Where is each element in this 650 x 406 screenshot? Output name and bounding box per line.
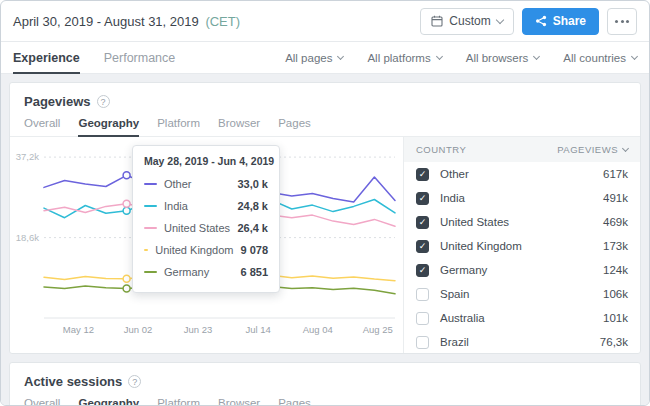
- tooltip-rows: Other33,0 kIndia24,8 kUnited States26,4 …: [144, 173, 268, 283]
- pageviews-chart[interactable]: 37,2k18,6kMay 12Jun 02Jun 23Jul 14Aug 04…: [10, 137, 403, 340]
- series-marker-icon: [144, 271, 157, 274]
- series-marker-icon: [144, 227, 157, 230]
- table-row: ✓United Kingdom173k: [404, 234, 640, 258]
- main-tab-performance[interactable]: Performance: [104, 42, 176, 73]
- ellipsis-icon: [615, 20, 629, 23]
- country-name: Australia: [440, 312, 485, 324]
- tooltip-row: Germany6 851: [144, 261, 268, 283]
- table-row: ✓Other617k: [404, 162, 640, 186]
- tooltip-series-value: 24,8 k: [237, 200, 268, 212]
- question-circle-icon[interactable]: ?: [97, 95, 110, 108]
- country-checkbox[interactable]: [416, 336, 429, 349]
- table-row: Spain106k: [404, 282, 640, 306]
- country-pageviews: 106k: [603, 288, 628, 300]
- active-sessions-tab-geography[interactable]: Geography: [78, 397, 139, 405]
- custom-range-label: Custom: [449, 14, 490, 28]
- country-pageviews: 469k: [603, 216, 628, 228]
- series-marker-icon: [144, 205, 157, 208]
- table-row: Australia101k: [404, 306, 640, 330]
- pageviews-subtabs: OverallGeographyPlatformBrowserPages: [10, 109, 640, 137]
- chevron-down-icon: [337, 53, 344, 60]
- svg-text:Jul 14: Jul 14: [245, 324, 270, 335]
- country-checkbox[interactable]: ✓: [416, 168, 429, 181]
- country-checkbox[interactable]: [416, 312, 429, 325]
- active-sessions-subtabs: OverallGeographyPlatformBrowserPages: [10, 389, 640, 405]
- column-country[interactable]: COUNTRY: [416, 144, 466, 155]
- filter-label: All pages: [285, 52, 332, 64]
- analytics-window: April 30, 2019 - August 31, 2019 (CET) C…: [0, 0, 650, 406]
- country-name: Spain: [440, 288, 469, 300]
- svg-text:Aug 04: Aug 04: [303, 324, 333, 335]
- country-checkbox[interactable]: [416, 288, 429, 301]
- pageviews-card: Pageviews ? OverallGeographyPlatformBrow…: [9, 82, 641, 354]
- tooltip-title: May 28, 2019 - Jun 4, 2019: [144, 155, 268, 167]
- pageviews-title: Pageviews: [24, 94, 91, 109]
- filter-bar: All pagesAll platformsAll browsersAll co…: [285, 42, 637, 73]
- column-pageviews-sort[interactable]: PAGEVIEWS: [557, 144, 628, 155]
- chevron-down-icon: [436, 53, 443, 60]
- series-marker-icon: [144, 249, 148, 252]
- country-name: Brazil: [440, 336, 469, 348]
- filter-all-browsers[interactable]: All browsers: [466, 52, 540, 64]
- active-sessions-card: Active sessions ? OverallGeographyPlatfo…: [9, 362, 641, 405]
- main-tab-experience[interactable]: Experience: [13, 42, 80, 73]
- share-label: Share: [553, 14, 586, 28]
- main-tabs: ExperiencePerformance: [13, 42, 175, 73]
- country-table-header: COUNTRY PAGEVIEWS: [404, 137, 640, 162]
- pageviews-body: 37,2k18,6kMay 12Jun 02Jun 23Jul 14Aug 04…: [10, 137, 640, 353]
- more-button[interactable]: [607, 8, 637, 35]
- question-circle-icon[interactable]: ?: [128, 375, 141, 388]
- share-button[interactable]: Share: [522, 8, 599, 35]
- svg-text:Jun 23: Jun 23: [184, 324, 213, 335]
- pageviews-tab-geography[interactable]: Geography: [78, 117, 139, 136]
- country-checkbox[interactable]: ✓: [416, 240, 429, 253]
- chart-tooltip: May 28, 2019 - Jun 4, 2019 Other33,0 kIn…: [132, 145, 280, 293]
- svg-text:18,6k: 18,6k: [16, 232, 39, 243]
- tooltip-series-name: United States: [164, 222, 230, 234]
- pageviews-tab-browser[interactable]: Browser: [218, 117, 260, 136]
- pageviews-tab-platform[interactable]: Platform: [157, 117, 200, 136]
- active-sessions-tab-platform[interactable]: Platform: [157, 397, 200, 405]
- series-marker-icon: [144, 183, 157, 186]
- topbar-actions: Custom Share: [420, 8, 637, 35]
- tooltip-row: United Kingdom9 078: [144, 239, 268, 261]
- pageviews-tab-overall[interactable]: Overall: [24, 117, 60, 136]
- country-checkbox[interactable]: ✓: [416, 216, 429, 229]
- country-pageviews: 491k: [603, 192, 628, 204]
- country-checkbox[interactable]: ✓: [416, 264, 429, 277]
- filter-all-platforms[interactable]: All platforms: [367, 52, 441, 64]
- country-pageviews: 124k: [603, 264, 628, 276]
- svg-text:Jun 02: Jun 02: [124, 324, 153, 335]
- tooltip-series-value: 26,4 k: [237, 222, 268, 234]
- filter-all-pages[interactable]: All pages: [285, 52, 343, 64]
- chevron-down-icon: [495, 15, 503, 23]
- tooltip-series-value: 9 078: [240, 244, 268, 256]
- tooltip-series-value: 33,0 k: [237, 178, 268, 190]
- country-checkbox[interactable]: ✓: [416, 192, 429, 205]
- pageviews-tab-pages[interactable]: Pages: [278, 117, 311, 136]
- pageviews-card-header: Pageviews ?: [10, 83, 640, 109]
- custom-range-button[interactable]: Custom: [420, 8, 513, 35]
- active-sessions-title: Active sessions: [24, 374, 122, 389]
- filter-label: All browsers: [466, 52, 529, 64]
- country-name: United States: [440, 216, 509, 228]
- column-pageviews-label: PAGEVIEWS: [557, 144, 618, 155]
- chevron-down-icon: [533, 53, 540, 60]
- tooltip-series-name: Germany: [164, 266, 209, 278]
- country-name: Germany: [440, 264, 487, 276]
- active-sessions-tab-browser[interactable]: Browser: [218, 397, 260, 405]
- share-icon: [535, 15, 547, 27]
- table-row: ✓United States469k: [404, 210, 640, 234]
- main-navigation: ExperiencePerformance All pagesAll platf…: [1, 42, 649, 74]
- country-table: COUNTRY PAGEVIEWS ✓Other617k✓India491k✓U…: [403, 137, 640, 353]
- filter-all-countries[interactable]: All countries: [563, 52, 637, 64]
- active-sessions-card-header: Active sessions ?: [10, 363, 640, 389]
- country-name: United Kingdom: [440, 240, 522, 252]
- country-pageviews: 617k: [603, 168, 628, 180]
- active-sessions-tab-pages[interactable]: Pages: [278, 397, 311, 405]
- active-sessions-tab-overall[interactable]: Overall: [24, 397, 60, 405]
- tooltip-series-name: Other: [164, 178, 192, 190]
- timezone-label: (CET): [205, 14, 240, 29]
- chevron-down-icon: [631, 53, 638, 60]
- country-pageviews: 76,3k: [600, 336, 628, 348]
